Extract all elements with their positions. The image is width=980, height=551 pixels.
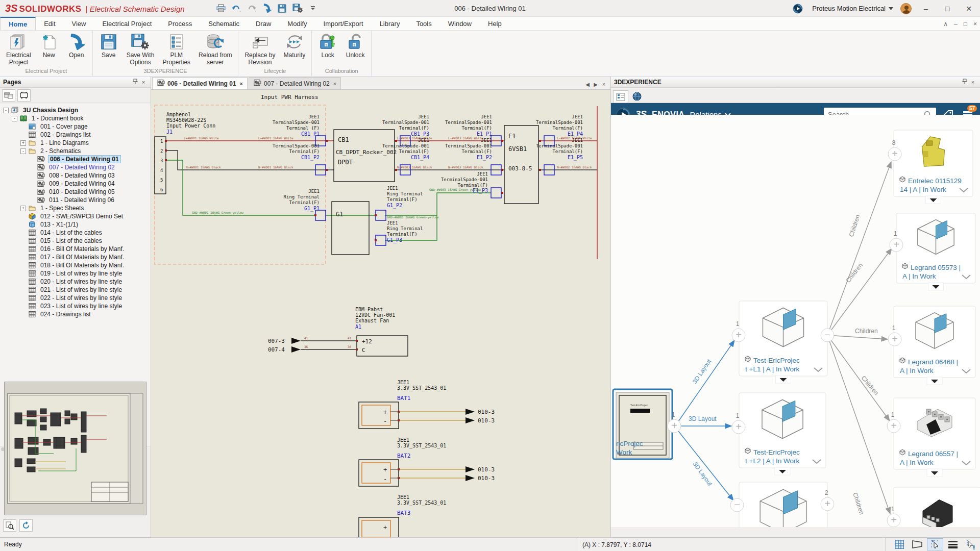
refresh-icon[interactable] (19, 519, 33, 532)
book-pages-icon[interactable] (2, 89, 15, 102)
tree-item-013-x1-1-1[interactable]: 013 - X1-(1/1) (0, 220, 151, 229)
plm-properties-button[interactable]: PLM Properties (158, 32, 194, 67)
close-icon[interactable]: × (139, 79, 148, 85)
tree-item-011-detailed-wiring-06[interactable]: 011 - Detailed Wiring 06 (0, 196, 151, 204)
unlock-button[interactable]: TUnlock (341, 32, 369, 67)
graph-node-L1[interactable]: Test-EricProject +L1 | A | In Work+1− (732, 301, 834, 383)
graph-node-B1[interactable]: −+2 (730, 482, 834, 527)
collapse-ribbon-icon[interactable]: ∧ (943, 20, 948, 28)
reload-from-server-button[interactable]: Reload from server (194, 32, 236, 67)
close-button[interactable]: ✕ (962, 5, 976, 13)
chassis-icon[interactable] (17, 89, 31, 102)
new-button[interactable]: New (35, 32, 63, 67)
menu-item-window[interactable]: Window (440, 17, 480, 30)
editor-tab-007-detailed-wiring-02[interactable]: 007 - Detailed Wiring 02× (249, 77, 341, 89)
component-bat1[interactable] (359, 402, 399, 429)
expand-icon[interactable]: + (20, 206, 26, 211)
tree-item-016-bill-of-materials-by-manf[interactable]: 016 - Bill Of Materials by Manf. (0, 245, 151, 253)
relations-graph[interactable]: ChildrenChildrenChildrenChildrenChildren… (611, 115, 980, 527)
relation-edge-children[interactable] (827, 248, 892, 335)
relation-edge-children[interactable] (827, 162, 891, 335)
tree-item-018-bill-of-materials-by-manf[interactable]: 018 - Bill Of Materials by Manf. (0, 261, 151, 269)
schematic-canvas[interactable]: Input PWR HarnessAmphenolMS3450W28-22SIn… (151, 90, 610, 537)
replace-by-revision-button[interactable]: Replace by Revision (240, 32, 279, 67)
relation-edge-3d-layout[interactable] (678, 431, 733, 500)
collapse-icon[interactable]: - (12, 116, 17, 121)
editor-tab-006-detailed-wiring-01[interactable]: 006 - Detailed Wiring 01× (152, 77, 248, 89)
expand-icon[interactable]: + (20, 140, 26, 146)
tree-item-021-list-of-wires-by-line-style[interactable]: 021 - List of wires by line style (0, 286, 151, 294)
collapse-icon[interactable]: - (3, 108, 9, 113)
menu-item-library[interactable]: Library (372, 17, 408, 30)
tab-close-icon[interactable]: × (600, 82, 607, 87)
minimize-doc-icon[interactable]: – (954, 20, 958, 28)
tree-item-002-drawings-list[interactable]: 002 - Drawings list (0, 131, 151, 139)
component-g1[interactable] (332, 202, 369, 255)
menu-item-home[interactable]: Home (0, 17, 36, 30)
tab-scroll-right-icon[interactable]: ▶ (592, 82, 599, 87)
graph-node-BP[interactable]: +1 (887, 487, 980, 527)
tree-item-017-bill-of-materials-by-manf[interactable]: 017 - Bill Of Materials by Manf. (0, 253, 151, 261)
graph-node-G4[interactable]: Legrand 06468 |A | In Work+1 (888, 306, 975, 385)
tree-item-022-list-of-wires-by-line-style[interactable]: 022 - List of wires by line style (0, 294, 151, 302)
save-with-options-button[interactable]: Save With Options (122, 32, 159, 67)
tree-item-019-list-of-wires-by-line-style[interactable]: 019 - List of wires by line style (0, 269, 151, 278)
tree-item-010-detailed-wiring-05[interactable]: 010 - Detailed Wiring 05 (0, 188, 151, 196)
save-icon[interactable] (277, 3, 288, 14)
cursor-grid-icon[interactable] (927, 538, 943, 550)
menu-item-view[interactable]: View (64, 17, 94, 30)
tree-item-1-document-book[interactable]: -1 - Document book (0, 114, 151, 122)
relation-edge-children[interactable] (827, 335, 890, 514)
perspective-icon[interactable] (909, 538, 925, 550)
zoom-page-icon[interactable] (3, 519, 16, 532)
graph-node-sel[interactable]: Test-EricProjectricProjecWork+1 (613, 389, 681, 459)
tree-item-006-detailed-wiring-01[interactable]: 006 - Detailed Wiring 01 (0, 155, 151, 163)
menu-item-process[interactable]: Process (160, 17, 200, 30)
collapse-icon[interactable]: - (20, 148, 26, 154)
minimize-button[interactable]: – (919, 5, 933, 13)
cursor-snap-icon[interactable] (963, 538, 979, 550)
close-tab-icon[interactable]: × (333, 81, 336, 87)
tree-item-024-drawings-list[interactable]: 024 - Drawings list (0, 310, 151, 318)
electrical-project-button[interactable]: Electrical Project (2, 32, 35, 67)
restore-button[interactable]: □ (940, 5, 954, 13)
sheet-thumbnail[interactable] (4, 382, 146, 515)
menu-item-edit[interactable]: Edit (36, 17, 63, 30)
compass-icon[interactable] (791, 2, 805, 16)
tenant-selector[interactable]: Proteus Motion Electrical (812, 5, 893, 12)
relation-edge-children[interactable] (827, 335, 888, 339)
menu-item-tools[interactable]: Tools (408, 17, 439, 30)
pin-icon[interactable] (131, 79, 139, 86)
lock-button[interactable]: TLock (314, 32, 341, 67)
avatar[interactable] (900, 3, 912, 14)
close-icon[interactable]: × (969, 79, 977, 85)
list-panel-icon[interactable] (613, 90, 628, 103)
restore-doc-icon[interactable]: □ (964, 20, 967, 28)
tree-item-012-swe-swpcb-demo-set[interactable]: 012 - SWE/SWPCB Demo Set (0, 212, 151, 220)
tree-item-3u-chassis-design[interactable]: -3U Chassis Design (0, 106, 151, 114)
more-chevron-icon[interactable] (307, 3, 318, 14)
tree-item-023-list-of-wires-by-line-style[interactable]: 023 - List of wires by line style (0, 302, 151, 310)
relation-edge-3d-layout[interactable] (678, 340, 734, 421)
menu-item-help[interactable]: Help (480, 17, 510, 30)
menu-item-electrical-project[interactable]: Electrical Project (94, 17, 160, 30)
menu-item-modify[interactable]: Modify (279, 17, 315, 30)
graph-node-G6[interactable]: Legrand 06557 |A | In Work+1 (887, 398, 975, 477)
component-bat2[interactable] (359, 460, 399, 486)
save-button[interactable]: Save (95, 32, 122, 67)
tree-item-1-line-diagrams[interactable]: +1 - Line Diagrams (0, 139, 151, 147)
printer-icon[interactable] (215, 3, 227, 14)
tree-item-2-schematics[interactable]: -2 - Schematics (0, 147, 151, 155)
tree-item-014-list-of-the-cables[interactable]: 014 - List of the cables (0, 229, 151, 237)
menu-item-schematic[interactable]: Schematic (200, 17, 248, 30)
close-tab-icon[interactable]: × (240, 81, 243, 87)
open-button[interactable]: Open (63, 32, 90, 67)
redo-icon[interactable] (246, 3, 257, 14)
grid-icon[interactable] (891, 538, 908, 550)
tree-item-001-cover-page[interactable]: 001 - Cover page (0, 122, 151, 131)
graph-node-L2[interactable]: Test-EricProject +L2 | A | In Work+1 (732, 393, 826, 475)
tree-item-008-detailed-wiring-03[interactable]: 008 - Detailed Wiring 03 (0, 171, 151, 180)
connector-j1[interactable] (155, 137, 166, 194)
line-weight-icon[interactable] (945, 538, 961, 550)
tree-item-1-spec-sheets[interactable]: +1 - Spec Sheets (0, 204, 151, 212)
